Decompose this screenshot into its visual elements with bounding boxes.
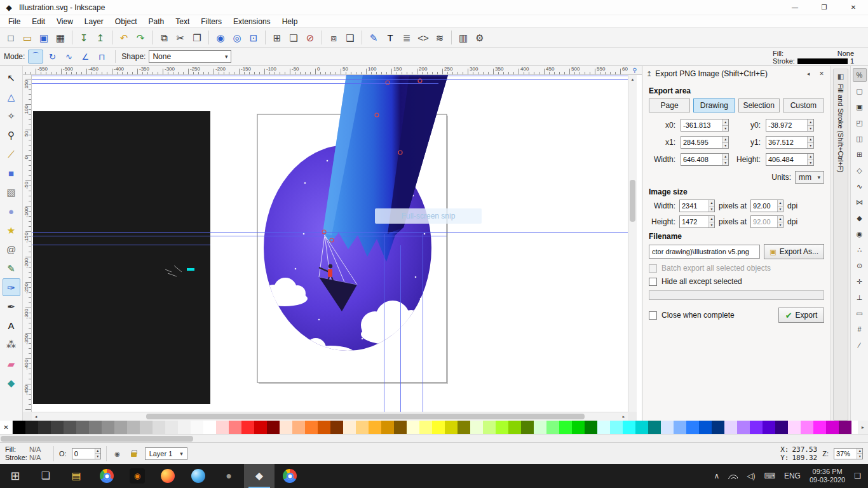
palette-swatch[interactable] — [763, 421, 775, 434]
snap-bbox-button[interactable]: ▢ — [853, 84, 867, 98]
snap-page-border-button[interactable]: ▭ — [853, 306, 867, 320]
export-area-custom-button[interactable]: Custom — [783, 98, 824, 112]
palette-swatch[interactable] — [712, 421, 724, 434]
layer-visibility-toggle[interactable] — [112, 448, 123, 459]
y1-spin-buttons[interactable] — [807, 137, 813, 148]
y0-spin-buttons[interactable] — [807, 119, 813, 131]
shape-select[interactable]: None — [149, 50, 231, 63]
snap-toggle-button[interactable]: % — [853, 68, 867, 82]
palette-swatch[interactable] — [483, 421, 496, 434]
x1-spinbox[interactable] — [681, 136, 729, 149]
tool-ellipse[interactable]: ● — [3, 202, 20, 220]
snap-smooth-nodes-button[interactable]: ◉ — [853, 227, 867, 241]
menu-edit[interactable]: Edit — [26, 16, 51, 27]
wifi-icon[interactable] — [724, 464, 742, 488]
spin-up-icon[interactable] — [808, 119, 813, 125]
snap-paths-button[interactable]: ∿ — [853, 179, 867, 193]
export-as-button[interactable]: ▣ Export As... — [764, 244, 824, 259]
tool-text[interactable]: A — [3, 316, 20, 334]
close-button[interactable] — [839, 0, 868, 15]
tool-star[interactable]: ★ — [3, 221, 20, 239]
palette-swatch[interactable] — [305, 421, 318, 434]
keyboard-icon[interactable]: ⌨ — [760, 464, 780, 488]
palette-swatch[interactable] — [610, 421, 623, 434]
snap-text-baselines-button[interactable]: ⊥ — [853, 290, 867, 304]
tool-calligraphy[interactable]: ✒ — [3, 297, 20, 315]
palette-swatch[interactable] — [813, 421, 826, 434]
spin-up-icon[interactable] — [95, 449, 100, 454]
mode-straight-button[interactable]: ∠ — [78, 50, 93, 64]
tray-overflow-button[interactable]: ∧ — [710, 464, 724, 488]
snap-path-intersections-button[interactable]: ⋈ — [853, 195, 867, 209]
palette-swatch[interactable] — [534, 421, 546, 434]
volume-icon[interactable]: ◁) — [742, 464, 759, 488]
tool-eraser[interactable]: ▰ — [3, 355, 20, 372]
x0-input[interactable] — [681, 119, 722, 131]
tool-bezier-pen[interactable]: ✑ — [3, 278, 20, 296]
zoom-selection-button[interactable]: ◉ — [212, 29, 229, 46]
palette-swatch[interactable] — [318, 421, 330, 434]
spin-up-icon[interactable] — [709, 200, 714, 206]
spin-down-icon[interactable] — [709, 222, 714, 228]
start-button[interactable]: ⊞ — [0, 464, 31, 488]
text-dialog-button[interactable]: T — [382, 29, 398, 46]
opacity-spinbox[interactable] — [72, 448, 101, 459]
duplicate-button[interactable]: ⊞ — [269, 29, 285, 46]
palette-swatch[interactable] — [267, 421, 280, 434]
dialog-close-button[interactable] — [817, 69, 827, 79]
spin-up-icon[interactable] — [722, 119, 728, 125]
image-height-input[interactable] — [680, 216, 709, 227]
vertical-scrollbar-thumb[interactable] — [630, 180, 635, 222]
units-select[interactable]: mm — [795, 171, 824, 184]
google-chrome[interactable] — [92, 464, 122, 488]
palette-swatch[interactable] — [521, 421, 534, 434]
x0-spin-buttons[interactable] — [722, 119, 728, 131]
palette-scroll-right-icon[interactable] — [858, 421, 868, 434]
menu-path[interactable]: Path — [143, 16, 170, 27]
palette-swatch[interactable] — [686, 421, 699, 434]
tool-paint-bucket[interactable]: ◆ — [3, 374, 20, 391]
palette-swatch[interactable] — [546, 421, 559, 434]
image-height-spinbox[interactable] — [679, 215, 715, 228]
ungroup-objects-button[interactable]: ❑ — [342, 29, 358, 46]
spin-down-icon[interactable] — [95, 453, 100, 459]
palette-swatch[interactable] — [775, 421, 788, 434]
area-height-spinbox[interactable] — [766, 153, 814, 166]
palette-swatch[interactable] — [25, 421, 38, 434]
palette-swatch[interactable] — [51, 421, 64, 434]
document-properties-button[interactable]: ▥ — [455, 29, 471, 46]
spin-down-icon[interactable] — [722, 142, 728, 149]
palette-swatch[interactable] — [788, 421, 801, 434]
menu-layer[interactable]: Layer — [79, 16, 109, 27]
menu-view[interactable]: View — [51, 16, 79, 27]
palette-swatch[interactable] — [572, 421, 585, 434]
palette-swatch[interactable] — [559, 421, 572, 434]
spin-down-icon[interactable] — [722, 125, 728, 132]
tool-measure[interactable]: ⟋ — [3, 145, 20, 163]
create-clone-button[interactable]: ❏ — [285, 29, 302, 46]
print-document-button[interactable]: ▦ — [52, 29, 69, 46]
image-width-spinbox[interactable] — [679, 200, 715, 212]
y1-spinbox[interactable] — [766, 136, 814, 149]
dpi-width-input[interactable] — [751, 200, 777, 212]
export-document-button[interactable]: ↥ — [92, 29, 109, 46]
spin-down-icon[interactable] — [722, 159, 728, 166]
palette-swatch[interactable] — [38, 421, 51, 434]
spin-up-icon[interactable] — [857, 449, 862, 454]
cut-button[interactable]: ✂ — [172, 29, 189, 46]
palette-swatch[interactable] — [826, 421, 839, 434]
layer-select[interactable]: Layer 1 — [145, 447, 187, 460]
palette-swatch[interactable] — [216, 421, 229, 434]
palette-swatch[interactable] — [394, 421, 407, 434]
export-area-page-button[interactable]: Page — [649, 98, 690, 112]
vertical-scrollbar[interactable] — [628, 75, 637, 412]
palette-swatch[interactable] — [674, 421, 686, 434]
palette-swatch[interactable] — [585, 421, 597, 434]
area-height-spin-buttons[interactable] — [807, 154, 813, 165]
blender[interactable]: ◉ — [122, 464, 153, 488]
palette-swatch[interactable] — [76, 421, 89, 434]
snap-rotation-centers-button[interactable]: ✛ — [853, 274, 867, 288]
mode-spiro-button[interactable]: ↻ — [44, 50, 60, 64]
palette-scrollbar-thumb[interactable] — [1, 436, 193, 442]
palette-swatch[interactable] — [127, 421, 140, 434]
